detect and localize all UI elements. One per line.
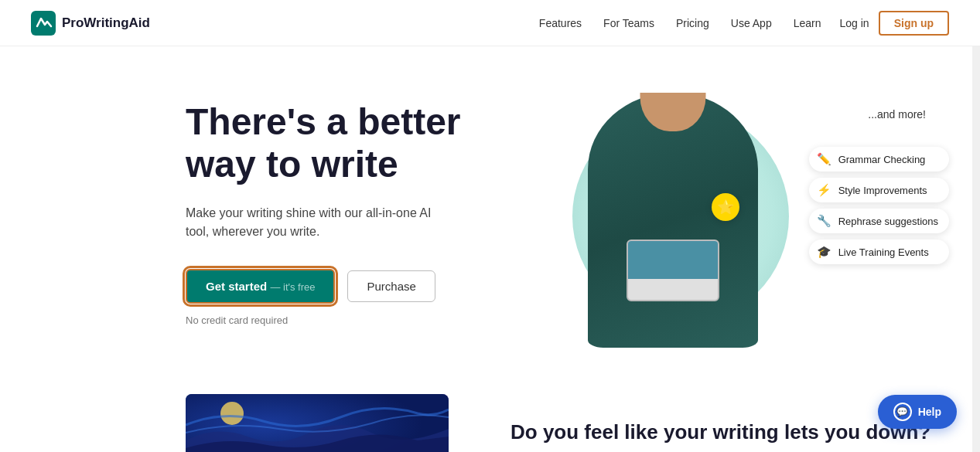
help-label: Help <box>918 406 941 418</box>
nav-links: Features For Teams Pricing Use App Learn <box>539 17 821 29</box>
hero-section: There's a better way to write Make your … <box>0 46 980 379</box>
purchase-button[interactable]: Purchase <box>347 270 435 302</box>
nav-features[interactable]: Features <box>539 17 582 29</box>
feature-badges: ✏️ Grammar Checking ⚡ Style Improvements… <box>809 147 949 264</box>
hero-illustration: ⭐ ...and more! ✏️ Grammar Checking ⚡ Sty… <box>526 85 949 348</box>
style-icon: ⚡ <box>817 183 832 197</box>
logo-link[interactable]: ProWritingAid <box>31 11 150 36</box>
help-circle-icon: 💬 <box>893 403 912 421</box>
hero-content: There's a better way to write Make your … <box>186 85 510 326</box>
person-figure <box>588 93 758 348</box>
navigation: ProWritingAid Features For Teams Pricing… <box>0 0 980 46</box>
login-link[interactable]: Log in <box>840 17 869 29</box>
get-started-button[interactable]: Get started — it's free <box>186 269 335 304</box>
badge-training-label: Live Training Events <box>838 246 929 258</box>
badge-grammar: ✏️ Grammar Checking <box>809 147 949 172</box>
help-button[interactable]: 💬 Help <box>878 395 957 429</box>
signup-button[interactable]: Sign up <box>879 11 949 36</box>
badge-rephrase: 🔧 Rephrase suggestions <box>809 209 949 233</box>
grammar-icon: ✏️ <box>817 152 832 166</box>
person-laptop <box>627 240 719 301</box>
hero-buttons: Get started — it's free Purchase <box>186 269 510 304</box>
bottom-image-art <box>186 394 449 452</box>
training-icon: 🎓 <box>817 245 832 259</box>
svg-point-2 <box>220 402 244 425</box>
bottom-image <box>186 394 449 452</box>
logo-icon <box>31 11 56 36</box>
nav-pricing[interactable]: Pricing <box>676 17 709 29</box>
badge-rephrase-label: Rephrase suggestions <box>838 216 938 227</box>
laptop-screen <box>628 241 718 279</box>
nav-use-app[interactable]: Use App <box>731 17 772 29</box>
bottom-section: Do you feel like your writing lets you d… <box>0 379 980 452</box>
nav-teams[interactable]: For Teams <box>603 17 654 29</box>
brand-name: ProWritingAid <box>62 15 150 31</box>
star-badge: ⭐ <box>712 193 739 221</box>
badge-style: ⚡ Style Improvements <box>809 178 949 202</box>
no-credit-card-note: No credit card required <box>186 314 510 326</box>
badge-grammar-label: Grammar Checking <box>838 154 926 165</box>
scrollbar-track[interactable] <box>972 0 980 452</box>
rephrase-icon: 🔧 <box>817 214 832 228</box>
and-more-label: ...and more! <box>868 108 926 121</box>
badge-style-label: Style Improvements <box>838 185 927 196</box>
hero-title: There's a better way to write <box>186 100 510 185</box>
nav-learn[interactable]: Learn <box>794 17 821 29</box>
badge-training: 🎓 Live Training Events <box>809 240 949 264</box>
hero-subtitle: Make your writing shine with our all-in-… <box>186 204 449 241</box>
